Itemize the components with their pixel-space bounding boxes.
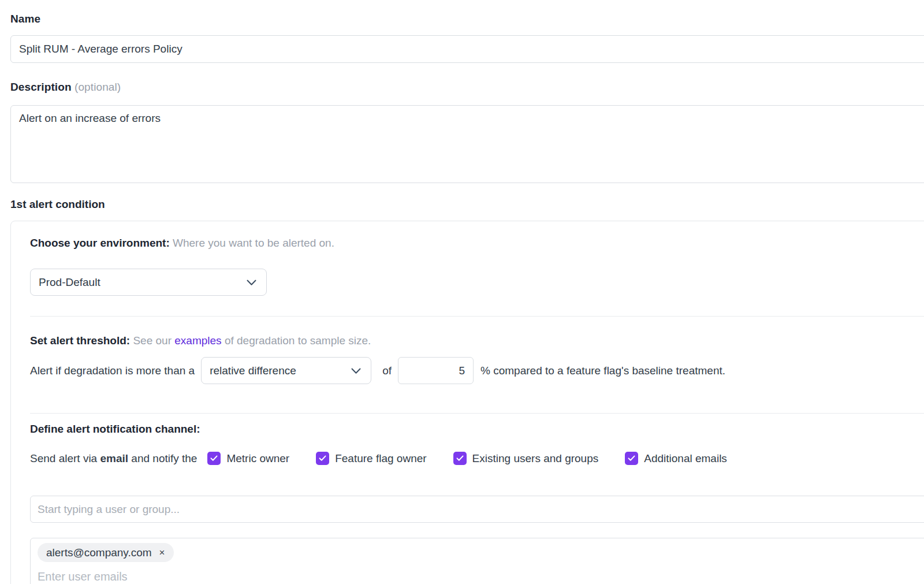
- threshold-percent-input[interactable]: [398, 357, 474, 384]
- checkbox-feature-flag-owner[interactable]: Feature flag owner: [316, 452, 426, 465]
- threshold-hint-suffix: of degradation to sample size.: [225, 334, 371, 347]
- threshold-row: Alert if degradation is more than a rela…: [30, 357, 924, 384]
- threshold-hint-prefix: See our: [133, 334, 172, 347]
- environment-select[interactable]: Prod-Default: [30, 269, 267, 296]
- environment-select-value: Prod-Default: [39, 276, 100, 289]
- environment-label: Choose your environment:: [30, 237, 170, 249]
- user-group-search-input[interactable]: [30, 496, 924, 523]
- divider: [30, 316, 924, 317]
- environment-hint: Where you want to be alerted on.: [173, 237, 334, 249]
- checkbox-label: Feature flag owner: [335, 452, 426, 465]
- checkbox-additional-emails[interactable]: Additional emails: [625, 452, 727, 465]
- checkbox-existing-users-groups[interactable]: Existing users and groups: [453, 452, 599, 465]
- description-textarea[interactable]: Alert on an increase of errors: [10, 105, 924, 183]
- threshold-label-line: Set alert threshold: See our examples of…: [30, 334, 924, 347]
- threshold-sentence-suffix: % compared to a feature flag's baseline …: [480, 364, 725, 377]
- checkbox-checked-icon[interactable]: [316, 452, 329, 465]
- checkbox-metric-owner[interactable]: Metric owner: [207, 452, 289, 465]
- notification-send-row: Send alert via email and notify the Metr…: [30, 452, 924, 465]
- chevron-down-icon: [247, 276, 256, 289]
- checkbox-label: Metric owner: [226, 452, 289, 465]
- divider: [30, 413, 924, 414]
- threshold-label: Set alert threshold:: [30, 334, 130, 347]
- comparison-type-select[interactable]: relative difference: [201, 357, 371, 384]
- description-label: Description (optional): [10, 81, 924, 94]
- email-word: email: [100, 452, 128, 464]
- emails-placeholder: Enter user emails: [38, 570, 922, 583]
- checkbox-checked-icon[interactable]: [625, 452, 638, 465]
- alert-policy-form: Name Description (optional) Alert on an …: [0, 0, 924, 584]
- chevron-down-icon: [351, 364, 361, 377]
- comparison-type-value: relative difference: [210, 364, 296, 377]
- name-input[interactable]: [10, 35, 924, 63]
- examples-link[interactable]: examples: [174, 334, 221, 347]
- environment-label-line: Choose your environment: Where you want …: [30, 237, 924, 250]
- checkbox-checked-icon[interactable]: [207, 452, 221, 465]
- email-chip: alerts@company.com ×: [38, 543, 174, 562]
- name-label: Name: [10, 13, 924, 25]
- threshold-sentence-prefix: Alert if degradation is more than a: [30, 364, 195, 377]
- checkbox-label: Additional emails: [644, 452, 727, 465]
- checkbox-checked-icon[interactable]: [453, 452, 467, 465]
- alert-condition-title: 1st alert condition: [10, 198, 924, 211]
- additional-emails-box[interactable]: alerts@company.com × Enter user emails: [30, 538, 924, 584]
- description-optional-hint: (optional): [74, 81, 121, 93]
- send-sentence: Send alert via email and notify the: [30, 452, 197, 465]
- email-chip-text: alerts@company.com: [46, 546, 152, 559]
- notification-label: Define alert notification channel:: [30, 423, 924, 436]
- chip-remove-icon[interactable]: ×: [159, 548, 165, 557]
- alert-condition-panel: Choose your environment: Where you want …: [10, 221, 924, 584]
- of-label: of: [382, 364, 392, 377]
- checkbox-label: Existing users and groups: [472, 452, 599, 465]
